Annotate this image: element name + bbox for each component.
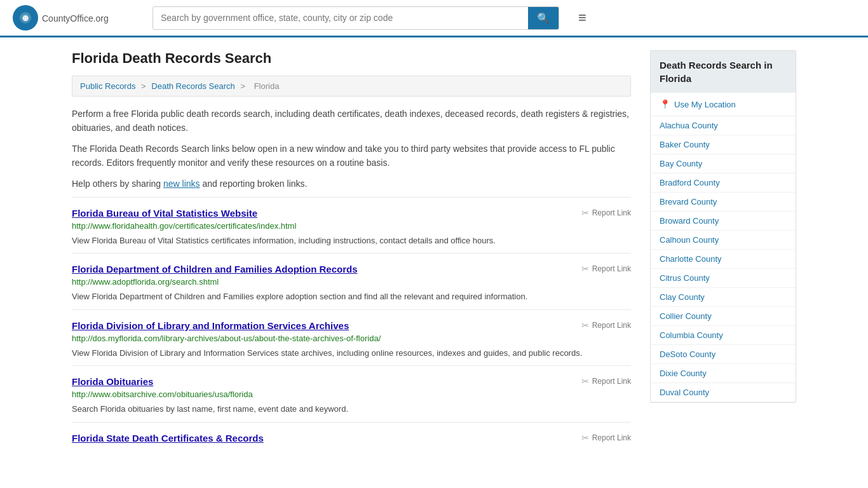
result-title-2[interactable]: Florida Division of Library and Informat… — [72, 320, 349, 331]
scissors-icon-2: ✂ — [581, 320, 589, 330]
sidebar-county-item: Calhoun County — [651, 231, 796, 250]
sidebar-box: Death Records Search in Florida 📍 Use My… — [650, 50, 796, 403]
use-my-location[interactable]: 📍 Use My Location — [651, 93, 796, 116]
sidebar-title: Death Records Search in Florida — [651, 51, 796, 93]
result-url-1[interactable]: http://www.adoptflorida.org/search.shtml — [72, 277, 631, 287]
location-pin-icon: 📍 — [660, 99, 670, 109]
result-title-1[interactable]: Florida Department of Children and Famil… — [72, 264, 358, 274]
new-links-link[interactable]: new links — [163, 179, 200, 189]
page-title: Florida Death Records Search — [72, 50, 631, 67]
sidebar-county-link-10[interactable]: Collier County — [651, 307, 796, 325]
sidebar-county-item: Citrus County — [651, 269, 796, 288]
scissors-icon-1: ✂ — [581, 264, 589, 274]
search-button[interactable]: 🔍 — [528, 7, 559, 29]
use-my-location-label: Use My Location — [674, 100, 736, 109]
result-title-4[interactable]: Florida State Death Certificates & Recor… — [72, 433, 264, 444]
sidebar-county-item: DeSoto County — [651, 345, 796, 364]
result-item: Florida Bureau of Vital Statistics Websi… — [72, 197, 631, 254]
search-icon: 🔍 — [537, 13, 550, 24]
sidebar-county-link-3[interactable]: Bradford County — [651, 173, 796, 192]
report-link-1[interactable]: ✂ Report Link — [581, 264, 631, 274]
result-title-0[interactable]: Florida Bureau of Vital Statistics Websi… — [72, 208, 257, 219]
breadcrumb-sep-1: > — [141, 81, 148, 91]
sidebar-county-item: Duval County — [651, 383, 796, 402]
result-item: Florida Obituaries ✂ Report Link http://… — [72, 365, 631, 422]
logo-text: CountyOffice.org — [42, 11, 109, 25]
sidebar-county-item: Brevard County — [651, 193, 796, 212]
report-link-0[interactable]: ✂ Report Link — [581, 208, 631, 218]
result-title-3[interactable]: Florida Obituaries — [72, 376, 153, 387]
sidebar-county-link-4[interactable]: Brevard County — [651, 193, 796, 211]
scissors-icon-3: ✂ — [581, 376, 589, 386]
breadcrumb-public-records[interactable]: Public Records — [80, 81, 135, 91]
search-input[interactable] — [153, 8, 528, 28]
sidebar-county-item: Columbia County — [651, 326, 796, 345]
sidebar-county-link-14[interactable]: Duval County — [651, 383, 796, 402]
report-link-4[interactable]: ✂ Report Link — [581, 433, 631, 443]
sidebar-county-link-13[interactable]: Dixie County — [651, 364, 796, 383]
sidebar-county-item: Dixie County — [651, 364, 796, 383]
result-desc-3: Search Florida obituaries by last name, … — [72, 403, 631, 416]
sidebar: Death Records Search in Florida 📍 Use My… — [650, 50, 796, 452]
logo-icon: ⊕ — [13, 5, 38, 30]
description-p3: Help others by sharing new links and rep… — [72, 177, 631, 191]
result-url-2[interactable]: http://dos.myflorida.com/library-archive… — [72, 334, 631, 343]
sidebar-county-item: Alachua County — [651, 116, 796, 135]
svg-text:⊕: ⊕ — [22, 14, 29, 23]
breadcrumb-death-records[interactable]: Death Records Search — [151, 81, 235, 91]
result-url-0[interactable]: http://www.floridahealth.gov/certificate… — [72, 221, 631, 231]
result-item: Florida Department of Children and Famil… — [72, 253, 631, 309]
sidebar-county-link-11[interactable]: Columbia County — [651, 326, 796, 344]
sidebar-county-item: Bradford County — [651, 173, 796, 193]
description-p2: The Florida Death Records Search links b… — [72, 142, 631, 170]
report-link-2[interactable]: ✂ Report Link — [581, 320, 631, 330]
description-section: Perform a free Florida public death reco… — [72, 107, 631, 191]
sidebar-county-link-5[interactable]: Broward County — [651, 212, 796, 230]
sidebar-county-link-7[interactable]: Charlotte County — [651, 250, 796, 268]
sidebar-county-link-12[interactable]: DeSoto County — [651, 345, 796, 363]
sidebar-county-item: Collier County — [651, 307, 796, 326]
result-desc-1: View Florida Department of Children and … — [72, 290, 631, 303]
sidebar-county-item: Broward County — [651, 212, 796, 231]
sidebar-county-link-1[interactable]: Baker County — [651, 135, 796, 154]
sidebar-county-link-9[interactable]: Clay County — [651, 288, 796, 306]
county-list: Alachua CountyBaker CountyBay CountyBrad… — [651, 116, 796, 402]
menu-icon[interactable]: ≡ — [578, 10, 587, 26]
description-p1: Perform a free Florida public death reco… — [72, 107, 631, 135]
scissors-icon-4: ✂ — [581, 433, 589, 443]
sidebar-county-link-0[interactable]: Alachua County — [651, 116, 796, 135]
sidebar-county-item: Charlotte County — [651, 250, 796, 269]
sidebar-county-item: Clay County — [651, 288, 796, 307]
report-link-3[interactable]: ✂ Report Link — [581, 376, 631, 386]
result-url-3[interactable]: http://www.obitsarchive.com/obituaries/u… — [72, 390, 631, 399]
breadcrumb: Public Records > Death Records Search > … — [72, 76, 631, 97]
breadcrumb-florida: Florida — [254, 81, 280, 91]
sidebar-county-item: Baker County — [651, 135, 796, 154]
result-item: Florida Division of Library and Informat… — [72, 309, 631, 366]
sidebar-county-link-8[interactable]: Citrus County — [651, 269, 796, 287]
sidebar-county-link-2[interactable]: Bay County — [651, 154, 796, 173]
results-list: Florida Bureau of Vital Statistics Websi… — [72, 197, 631, 452]
result-desc-2: View Florida Division of Library and Inf… — [72, 347, 631, 360]
search-bar[interactable]: 🔍 — [153, 6, 559, 30]
breadcrumb-sep-2: > — [240, 81, 247, 91]
scissors-icon-0: ✂ — [581, 208, 589, 218]
sidebar-county-link-6[interactable]: Calhoun County — [651, 231, 796, 249]
result-desc-0: View Florida Bureau of Vital Statistics … — [72, 234, 631, 247]
logo[interactable]: ⊕ CountyOffice.org — [13, 5, 140, 30]
result-item: Florida State Death Certificates & Recor… — [72, 422, 631, 452]
sidebar-county-item: Bay County — [651, 154, 796, 173]
